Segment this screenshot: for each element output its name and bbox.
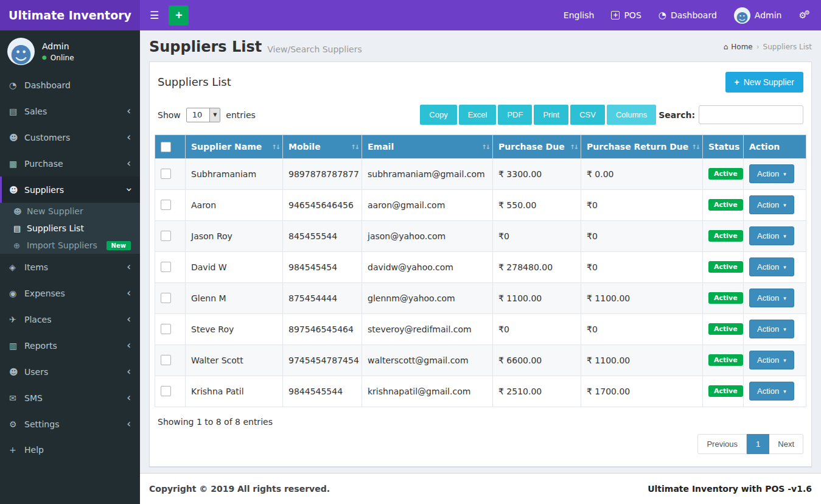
sidebar-user-info: Admin ● Online: [42, 41, 74, 62]
action-dropdown-button[interactable]: Action▾: [749, 382, 794, 401]
purchase-return-due-cell: ₹0: [581, 251, 703, 282]
export-pdf-button[interactable]: PDF: [498, 105, 532, 125]
row-checkbox[interactable]: [161, 324, 171, 334]
action-dropdown-button[interactable]: Action▾: [749, 226, 794, 245]
pagination-previous-button[interactable]: Previous: [697, 434, 747, 454]
row-checkbox[interactable]: [161, 200, 171, 210]
export-csv-button[interactable]: CSV: [570, 105, 605, 125]
export-print-button[interactable]: Print: [534, 105, 568, 125]
table-row: Aaron 946545646456 aaron@gmail.com ₹ 550…: [155, 189, 806, 220]
purchase-due-cell: ₹ 2510.00: [493, 376, 581, 407]
sidebar-item-reports[interactable]: ▥ Reports ‹: [0, 332, 140, 359]
items-icon: ◈: [9, 262, 24, 272]
nav-language[interactable]: English: [564, 10, 595, 20]
suppliers-table: Supplier Name ↑↓ Mobile ↑↓ Email ↑↓ Pu: [155, 135, 806, 407]
select-all-checkbox[interactable]: [161, 142, 171, 152]
mobile-cell: 897546545464: [283, 313, 362, 345]
header-purchase-return-due[interactable]: Purchase Return Due ↑↓: [581, 135, 703, 159]
nav-settings[interactable]: ⚙ ⚙: [798, 10, 810, 20]
table-row: Subhramaniam 9897878787877 subhramaniam@…: [155, 158, 806, 189]
sidebar-user-status-label: Online: [51, 54, 74, 62]
header-mobile[interactable]: Mobile ↑↓: [283, 135, 362, 159]
export-excel-button[interactable]: Excel: [459, 105, 497, 125]
supplier-name-cell: Jason Roy: [186, 220, 283, 251]
sidebar-item-settings[interactable]: ⚙ Settings ‹: [0, 411, 140, 437]
search-input[interactable]: [699, 105, 803, 124]
plus-icon: +: [735, 77, 739, 87]
export-copy-button[interactable]: Copy: [420, 105, 456, 125]
columns-visibility-button[interactable]: Columns: [607, 105, 656, 125]
pagination-next-button[interactable]: Next: [769, 434, 803, 454]
row-checkbox[interactable]: [161, 262, 171, 272]
copyright-text: Copyright © 2019 All rights reserved.: [149, 484, 330, 494]
purchase-due-cell: ₹ 6600.00: [493, 345, 581, 376]
row-checkbox[interactable]: [161, 293, 171, 303]
sales-icon: ▤: [9, 107, 24, 116]
action-dropdown-button[interactable]: Action▾: [749, 257, 794, 276]
nav-user-menu[interactable]: ☻ Admin: [734, 7, 782, 24]
export-button-group: Copy Excel PDF Print CSV Columns: [420, 105, 656, 125]
sidebar-item-users[interactable]: ☻ Users ‹: [0, 359, 140, 385]
action-dropdown-button[interactable]: Action▾: [749, 289, 794, 307]
chevron-left-icon: ‹: [127, 132, 131, 142]
action-dropdown-button[interactable]: Action▾: [749, 195, 794, 214]
chevron-left-icon: ‹: [127, 158, 131, 169]
home-icon: ⌂: [724, 43, 728, 51]
breadcrumb-home[interactable]: ⌂ Home: [724, 43, 753, 51]
caret-down-icon: ▾: [783, 171, 786, 177]
nav-dashboard[interactable]: ◔ Dashboard: [659, 10, 717, 20]
email-cell: walterscott@gmail.com: [362, 345, 493, 376]
suppliers-submenu-wrap: ☻ New Supplier ▤ Suppliers List ⊕ Import…: [0, 203, 140, 254]
header-status: Status: [703, 135, 744, 159]
action-dropdown-button[interactable]: Action▾: [749, 164, 794, 183]
sidebar-toggle-icon[interactable]: ☰: [140, 0, 169, 30]
help-icon: +: [9, 445, 24, 455]
content-header: Suppliers List View/Search Suppliers ⌂ H…: [140, 30, 821, 61]
row-checkbox[interactable]: [161, 386, 171, 396]
action-dropdown-button[interactable]: Action▾: [749, 320, 794, 338]
sidebar-item-customers[interactable]: ☻ Customers ‹: [0, 124, 140, 150]
sidebar-item-help[interactable]: + Help: [0, 437, 140, 463]
header-purchase-due[interactable]: Purchase Due ↑↓: [493, 135, 581, 159]
header-supplier-name[interactable]: Supplier Name ↑↓: [186, 135, 283, 159]
row-checkbox[interactable]: [161, 355, 171, 365]
row-checkbox[interactable]: [161, 169, 171, 179]
purchase-due-cell: ₹ 278480.00: [493, 251, 581, 282]
sidebar-user-name: Admin: [42, 41, 74, 51]
sidebar-item-suppliers[interactable]: ☻ Suppliers ‹: [0, 177, 140, 203]
supplier-name-cell: Subhramaniam: [186, 158, 283, 189]
sidebar-item-purchase[interactable]: ▦ Purchase ‹: [0, 150, 140, 177]
sidebar-item-dashboard[interactable]: ◔ Dashboard: [0, 72, 140, 98]
sidebar-item-sms[interactable]: ✉ SMS ‹: [0, 385, 140, 411]
mobile-cell: 845455544: [283, 220, 362, 251]
sidebar-subitem-import-suppliers[interactable]: ⊕ Import Suppliers New: [0, 237, 140, 254]
row-checkbox[interactable]: [161, 231, 171, 241]
sidebar-item-places[interactable]: ✈ Places ‹: [0, 306, 140, 332]
new-supplier-button[interactable]: + New Supplier: [725, 72, 803, 93]
suppliers-card: Suppliers List + New Supplier Show 10 ▼ …: [149, 61, 812, 467]
supplier-name-cell: Steve Roy: [186, 313, 283, 345]
header-email[interactable]: Email ↑↓: [362, 135, 493, 159]
nav-pos[interactable]: + POS: [611, 10, 641, 20]
mobile-cell: 984545454: [283, 251, 362, 282]
mobile-cell: 946545646456: [283, 189, 362, 220]
sidebar-subitem-new-supplier[interactable]: ☻ New Supplier: [0, 203, 140, 220]
sort-icon: ↑↓: [271, 143, 279, 150]
sidebar-subitem-suppliers-list[interactable]: ▤ Suppliers List: [0, 220, 140, 237]
mobile-cell: 9897878787877: [283, 158, 362, 189]
sidebar-item-expenses[interactable]: ◉ Expenses ‹: [0, 280, 140, 306]
sidebar-item-sales[interactable]: ▤ Sales ‹: [0, 98, 140, 124]
gear-small-icon: ⚙: [805, 9, 810, 16]
sidebar-user-status: ● Online: [42, 54, 74, 62]
action-dropdown-button[interactable]: Action▾: [749, 351, 794, 369]
entries-select[interactable]: 10 ▼: [186, 108, 221, 122]
quick-add-button[interactable]: +: [169, 5, 189, 26]
sidebar-item-items[interactable]: ◈ Items ‹: [0, 254, 140, 280]
header-action: Action: [744, 135, 806, 159]
pagination-page-1-button[interactable]: 1: [747, 434, 769, 454]
purchase-return-due-cell: ₹0: [581, 189, 703, 220]
chevron-left-icon: ‹: [127, 340, 131, 351]
sidebar-user-panel: ☻ Admin ● Online: [0, 30, 140, 72]
app-brand[interactable]: Ultimate Inventory: [0, 0, 140, 30]
status-badge: Active: [708, 168, 743, 180]
